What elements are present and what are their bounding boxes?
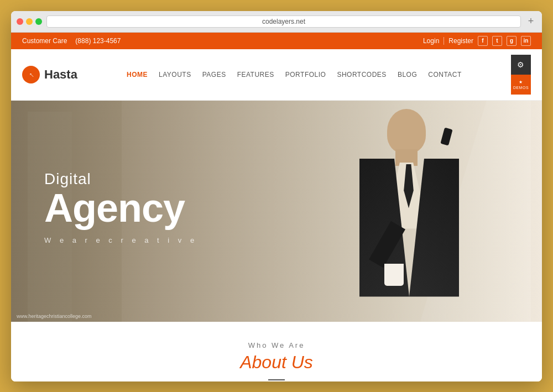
phone-number: (888) 123-4567 xyxy=(75,37,121,45)
register-link[interactable]: Register xyxy=(448,37,473,45)
side-buttons: ⚙ ★ DEMOS xyxy=(511,55,531,95)
login-link[interactable]: Login xyxy=(423,37,439,45)
demos-label: DEMOS xyxy=(513,86,529,90)
nav-contact[interactable]: CONTACT xyxy=(428,71,462,79)
nav-blog[interactable]: BLOG xyxy=(398,71,417,79)
address-bar[interactable]: codelayers.net xyxy=(46,15,521,28)
nav-bar: ↑ Hasta HOME LAYOUTS PAGES FEATURES PORT… xyxy=(11,49,542,101)
hero-content: Digital Agency W e a r e c r e a t i v e xyxy=(44,170,197,244)
hero-subtitle: W e a r e c r e a t i v e xyxy=(44,236,197,244)
twitter-icon[interactable]: t xyxy=(492,36,502,46)
website-content: Customer Care (888) 123-4567 Login Regis… xyxy=(11,33,542,381)
top-bar: Customer Care (888) 123-4567 Login Regis… xyxy=(11,33,542,49)
about-subtitle: Who We Are xyxy=(22,341,531,349)
nav-links: HOME LAYOUTS PAGES FEATURES PORTFOLIO SH… xyxy=(127,71,462,79)
nav-home[interactable]: HOME xyxy=(127,71,148,79)
customer-care-label: Customer Care xyxy=(22,37,67,45)
about-section: Who We Are About Us xyxy=(11,322,542,381)
watermark: www.heritagechristiancollege.com xyxy=(17,313,92,319)
about-divider xyxy=(268,379,285,380)
facebook-icon[interactable]: f xyxy=(478,36,488,46)
nav-portfolio[interactable]: PORTFOLIO xyxy=(285,71,326,79)
nav-shortcodes[interactable]: SHORTCODES xyxy=(337,71,386,79)
divider xyxy=(444,37,444,45)
person-area xyxy=(282,101,514,322)
demos-button[interactable]: ★ DEMOS xyxy=(511,75,531,95)
wrench-button[interactable]: ⚙ xyxy=(511,55,531,75)
logo[interactable]: ↑ Hasta xyxy=(22,66,77,83)
person-head xyxy=(387,109,426,153)
browser-chrome: codelayers.net + xyxy=(11,11,542,33)
googleplus-icon[interactable]: g xyxy=(507,36,517,46)
hero-section: Digital Agency W e a r e c r e a t i v e… xyxy=(11,101,542,322)
nav-features[interactable]: FEATURES xyxy=(237,71,274,79)
hero-title-line2: Agency xyxy=(44,188,197,228)
dot-minimize[interactable] xyxy=(26,18,33,25)
logo-text: Hasta xyxy=(44,67,77,82)
about-title-accent: Us xyxy=(291,352,313,372)
add-tab-button[interactable]: + xyxy=(525,16,536,27)
top-bar-left: Customer Care (888) 123-4567 xyxy=(22,37,121,45)
social-icons: f t g in xyxy=(478,36,531,46)
phone xyxy=(440,127,452,145)
top-bar-right: Login Register f t g in xyxy=(423,36,531,46)
about-title-plain: About xyxy=(240,352,286,372)
logo-icon: ↑ xyxy=(22,66,40,83)
dot-maximize[interactable] xyxy=(35,18,42,25)
about-title: About Us xyxy=(22,352,531,373)
star-icon: ★ xyxy=(519,80,523,85)
dot-close[interactable] xyxy=(17,18,23,25)
wrench-icon: ⚙ xyxy=(517,60,524,69)
browser-dots xyxy=(17,18,42,25)
coffee-cup xyxy=(384,264,404,286)
nav-pages[interactable]: PAGES xyxy=(202,71,226,79)
nav-layouts[interactable]: LAYOUTS xyxy=(159,71,191,79)
linkedin-icon[interactable]: in xyxy=(521,36,531,46)
browser-window: codelayers.net + Customer Care (888) 123… xyxy=(11,11,542,381)
